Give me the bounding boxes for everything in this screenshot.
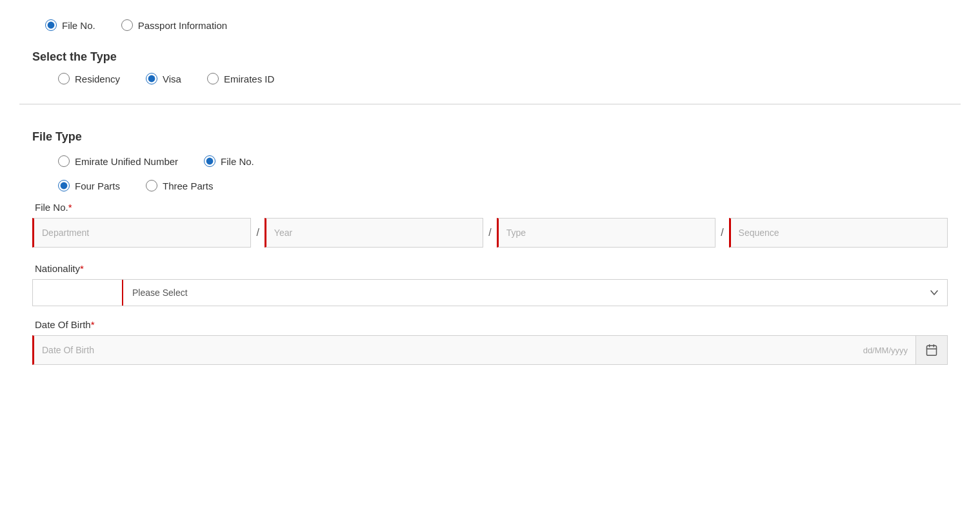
nationality-wrapper: Please Select (32, 279, 948, 306)
nationality-placeholder: Please Select (132, 288, 188, 298)
nationality-select-display: Please Select (123, 280, 921, 306)
radio-item-residency[interactable]: Residency (58, 73, 120, 84)
radio-item-visa[interactable]: Visa (146, 73, 181, 84)
dob-input[interactable] (34, 336, 855, 364)
nationality-search-input[interactable] (33, 280, 123, 306)
type-input[interactable] (499, 219, 715, 247)
radio-item-file-no[interactable]: File No. (45, 19, 95, 31)
dob-wrapper: dd/MM/yyyy (32, 335, 948, 365)
file-type-heading: File Type (32, 130, 948, 144)
year-input-wrapper (265, 218, 483, 248)
radio-three-parts-label: Three Parts (163, 180, 213, 191)
year-input[interactable] (266, 219, 483, 247)
radio-item-file-no-type[interactable]: File No. (204, 155, 254, 167)
radio-passport-info[interactable] (121, 19, 133, 31)
department-input[interactable] (34, 219, 250, 247)
separator-1: / (251, 218, 264, 248)
radio-file-no-label: File No. (62, 20, 95, 31)
nationality-label: Nationality* (32, 263, 948, 274)
file-no-label: File No.* (32, 202, 948, 213)
radio-item-passport-info[interactable]: Passport Information (121, 19, 227, 31)
radio-emirate-unified[interactable] (58, 155, 70, 167)
file-type-radio-group: Emirate Unified Number File No. (32, 155, 948, 167)
radio-visa-label: Visa (163, 73, 181, 84)
department-input-wrapper (32, 218, 251, 248)
radio-file-no-type[interactable] (204, 155, 215, 167)
radio-visa[interactable] (146, 73, 157, 84)
nationality-section: Nationality* Please Select (32, 263, 948, 306)
sequence-input[interactable] (731, 219, 947, 247)
radio-item-three-parts[interactable]: Three Parts (146, 180, 213, 191)
file-no-required-star: * (68, 202, 72, 213)
search-type-section: File No. Passport Information (19, 13, 961, 44)
radio-item-emirate-unified[interactable]: Emirate Unified Number (58, 155, 178, 167)
radio-passport-info-label: Passport Information (138, 20, 227, 31)
select-type-heading: Select the Type (32, 50, 961, 64)
sequence-input-wrapper (729, 218, 948, 248)
nationality-required-star: * (80, 263, 84, 274)
radio-file-no-type-label: File No. (221, 156, 254, 167)
radio-item-emirates-id[interactable]: Emirates ID (207, 73, 274, 84)
dob-required-star: * (91, 319, 95, 330)
radio-residency[interactable] (58, 73, 70, 84)
parts-radio-group: Four Parts Three Parts (32, 180, 948, 191)
radio-four-parts-label: Four Parts (75, 180, 120, 191)
page-container: File No. Passport Information Select the… (0, 0, 980, 404)
radio-residency-label: Residency (75, 73, 120, 84)
radio-item-four-parts[interactable]: Four Parts (58, 180, 120, 191)
file-no-inputs-row: / / / (32, 218, 948, 248)
file-type-section: File Type Emirate Unified Number File No… (19, 117, 961, 391)
radio-file-no[interactable] (45, 19, 57, 31)
separator-3: / (715, 218, 728, 248)
radio-emirate-unified-label: Emirate Unified Number (75, 156, 178, 167)
separator-2: / (483, 218, 496, 248)
select-type-section: Select the Type Residency Visa Emirates … (19, 44, 961, 91)
radio-emirates-id[interactable] (207, 73, 219, 84)
nationality-dropdown-arrow[interactable] (921, 280, 947, 306)
radio-four-parts[interactable] (58, 180, 70, 191)
calendar-icon[interactable] (915, 336, 947, 364)
dob-label: Date Of Birth* (32, 319, 948, 330)
svg-rect-0 (927, 346, 937, 355)
radio-emirates-id-label: Emirates ID (224, 73, 274, 84)
radio-three-parts[interactable] (146, 180, 157, 191)
dob-section: Date Of Birth* dd/MM/yyyy (32, 319, 948, 365)
type-input-wrapper (497, 218, 715, 248)
dob-format-hint: dd/MM/yyyy (855, 346, 915, 355)
select-type-radio-group: Residency Visa Emirates ID (32, 73, 961, 84)
section-divider (19, 104, 961, 104)
